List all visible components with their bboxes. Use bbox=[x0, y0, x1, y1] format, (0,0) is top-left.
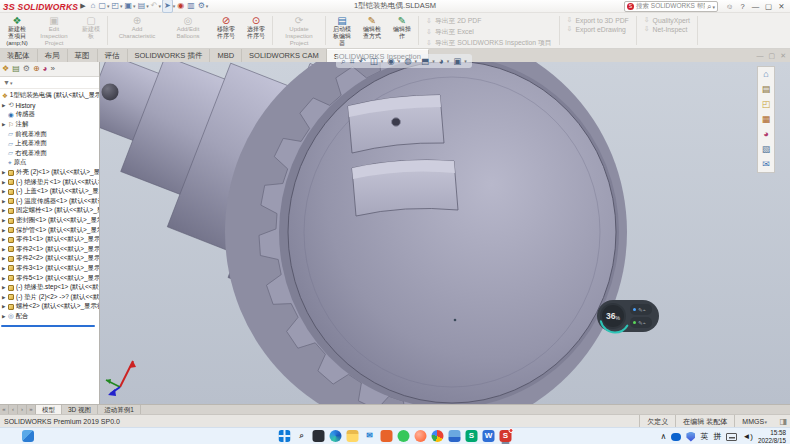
net-inspect-button[interactable]: ⇩Net-Inspect bbox=[644, 25, 690, 33]
flange-face[interactable] bbox=[288, 62, 616, 403]
app-green-s[interactable]: S bbox=[466, 430, 478, 442]
export-inspection-project-button[interactable]: ⇩导出至 SOLIDWORKS Inspection 项目 bbox=[426, 38, 552, 48]
forum-icon[interactable]: ✉ bbox=[762, 159, 770, 170]
display-style-dropdown-icon[interactable]: ▾ bbox=[415, 58, 418, 64]
logo-collapse-arrow-icon[interactable]: ▶ bbox=[80, 2, 85, 10]
search-input[interactable]: 搜索 SOLIDWORKS 帮助 bbox=[636, 2, 705, 11]
tab-布局[interactable]: 布局 bbox=[38, 49, 68, 62]
tree-item[interactable]: ▶固定螺栓<1> (默认<<默认>_显示 bbox=[0, 206, 99, 216]
file-explorer-icon[interactable]: ◰ bbox=[762, 99, 771, 110]
doc-tab-nav-3[interactable]: › bbox=[18, 405, 27, 414]
undo-dropdown-icon[interactable]: ▾ bbox=[158, 3, 161, 9]
propertymanager-tab[interactable]: ▤ bbox=[12, 62, 20, 76]
tree-item[interactable]: ❖1型铠装热电偶 (默认<默认_显示状态-1 bbox=[0, 91, 99, 101]
save-icon[interactable]: ▣ bbox=[124, 0, 134, 12]
tree-item[interactable]: ▶零件5<1> (默认<<默认>_显示状态 bbox=[0, 273, 99, 283]
new-document-icon[interactable]: ▢ bbox=[97, 0, 107, 12]
options-icon[interactable]: ⚙ bbox=[197, 0, 206, 12]
print-dropdown-icon[interactable]: ▾ bbox=[146, 3, 149, 9]
export-edrawing-button[interactable]: ⇩Export eDrawing bbox=[567, 25, 629, 33]
tree-item[interactable]: ▶零件2<2> (默认<<默认>_显示状态 bbox=[0, 254, 99, 264]
onedrive-icon[interactable] bbox=[671, 433, 681, 441]
tab-评估[interactable]: 评估 bbox=[98, 49, 128, 62]
start-button[interactable] bbox=[279, 430, 291, 442]
search-box[interactable]: S 搜索 SOLIDWORKS 帮助 ⌕ ▾ bbox=[624, 1, 718, 12]
restore-icon[interactable]: ▢ bbox=[762, 0, 775, 13]
file-explorer-app[interactable] bbox=[347, 430, 359, 442]
view-orientation-dropdown-icon[interactable]: ▾ bbox=[432, 58, 435, 64]
model-3d[interactable] bbox=[100, 62, 790, 404]
tray-expand-icon[interactable]: ∧ bbox=[661, 428, 667, 444]
new-inspection-project-button[interactable]: ❖新建检查项目(amp;N) bbox=[2, 14, 32, 47]
open-dropdown-icon[interactable]: ▾ bbox=[120, 3, 123, 9]
tree-item[interactable]: ▶⚐注解 bbox=[0, 120, 99, 130]
appearances-icon[interactable]: ◕ bbox=[439, 54, 444, 68]
graphics-viewport[interactable] bbox=[100, 62, 790, 404]
tree-item[interactable]: ◉传感器 bbox=[0, 110, 99, 120]
print-icon[interactable]: ▤ bbox=[137, 0, 147, 12]
doc-tab-nav-1[interactable]: « bbox=[0, 405, 9, 414]
tree-item[interactable]: ▶◎配合 bbox=[0, 312, 99, 322]
rebuild-icon[interactable]: ◉ bbox=[176, 0, 185, 12]
volume-icon[interactable]: ◄) bbox=[742, 428, 753, 444]
view-palette-icon[interactable]: ▦ bbox=[762, 114, 771, 125]
tree-item[interactable]: ▶⟲History bbox=[0, 101, 99, 111]
tab-solidworks-插件[interactable]: SOLIDWORKS 插件 bbox=[128, 49, 211, 62]
search-dropdown-icon[interactable]: ▾ bbox=[712, 4, 715, 10]
home-icon[interactable]: ⌂ bbox=[90, 0, 97, 12]
launch-template-editor-button[interactable]: ▤启动模板编辑器 bbox=[327, 14, 357, 47]
solidworks-resources-icon[interactable]: ⌂ bbox=[763, 69, 768, 80]
filter-icon[interactable]: ▼ bbox=[3, 79, 10, 86]
doc-close-icon[interactable]: ✕ bbox=[780, 52, 786, 60]
doc-minimize-icon[interactable]: — bbox=[757, 52, 764, 59]
update-inspection-project-button[interactable]: ⟳UpdateInspectionProject bbox=[274, 14, 324, 47]
tree-item[interactable]: ▶保护管<1> (默认<<默认>_显示状 bbox=[0, 225, 99, 235]
tab-装配体[interactable]: 装配体 bbox=[0, 49, 38, 62]
zoom-overlay-widget[interactable]: 36 % ✎⌁ ✎⌁ bbox=[597, 300, 659, 332]
tree-item[interactable]: ▶零件1<1> (默认<<默认>_显示状态 bbox=[0, 235, 99, 245]
taskbar-clock[interactable]: 15:58 2022/8/15 bbox=[758, 429, 786, 444]
app-red-circle[interactable] bbox=[415, 430, 427, 442]
edit-inspection-methods-button[interactable]: ✎编辑检查方式 bbox=[357, 14, 387, 47]
tree-item[interactable]: ▶(-) 垫片 (2)<2> ->? (默认<<默认> bbox=[0, 292, 99, 302]
qualityxpert-button[interactable]: ⇩QualityXpert bbox=[644, 16, 690, 24]
file-properties-icon[interactable]: ▥ bbox=[186, 0, 196, 12]
solidworks-app-icon[interactable]: S bbox=[500, 430, 512, 442]
scene-icon[interactable]: ▣ bbox=[453, 54, 461, 68]
export-3d-pdf-button[interactable]: ⇩Export to 3D PDF bbox=[567, 16, 629, 24]
close-icon[interactable]: ✕ bbox=[775, 0, 788, 13]
shaft-end-cap[interactable] bbox=[102, 84, 119, 101]
doc-tab-nav-2[interactable]: ‹ bbox=[9, 405, 18, 414]
select-arrow-dropdown-icon[interactable]: ▾ bbox=[173, 3, 176, 9]
open-icon[interactable]: ◰ bbox=[110, 0, 120, 12]
zoom-area-icon[interactable]: ⌗ bbox=[350, 54, 355, 68]
tree-item[interactable]: ▱右视基准面 bbox=[0, 149, 99, 159]
display-style-icon[interactable]: ◍ bbox=[404, 54, 411, 68]
tab-mbd[interactable]: MBD bbox=[210, 49, 242, 62]
security-shield-icon[interactable] bbox=[686, 432, 695, 442]
tab-草图[interactable]: 草图 bbox=[68, 49, 98, 62]
add-characteristic-button[interactable]: ⊕AddCharacteristic bbox=[109, 14, 165, 47]
undo-icon[interactable]: ↶ bbox=[150, 0, 159, 12]
doc-tab-运动算例1[interactable]: 运动算例1 bbox=[98, 405, 141, 414]
app-monitor-blue[interactable] bbox=[449, 430, 461, 442]
select-balloons-button[interactable]: ⊙选择零件序号 bbox=[241, 14, 271, 47]
previous-view-icon[interactable]: ↶ bbox=[359, 54, 366, 68]
doc-restore-icon[interactable]: ▢ bbox=[769, 52, 776, 60]
ime-lang-indicator[interactable]: 英 bbox=[700, 428, 708, 444]
search-scope-icon[interactable]: S bbox=[627, 3, 634, 10]
configurationmanager-tab[interactable]: ⚙ bbox=[23, 62, 30, 76]
sketch-point[interactable] bbox=[454, 319, 457, 322]
tree-item[interactable]: ▶(-) 绝缘垫.step<1> (默认<<默认> bbox=[0, 283, 99, 293]
new-document-dropdown-icon[interactable]: ▾ bbox=[107, 3, 110, 9]
widgets-button[interactable] bbox=[22, 430, 34, 442]
help-icon[interactable]: ? bbox=[736, 0, 749, 13]
featuremanager-tree-tab[interactable]: ❖ bbox=[2, 62, 9, 76]
app-blue-w[interactable]: W bbox=[483, 430, 495, 442]
zoom-level-gauge[interactable]: 36 % bbox=[600, 303, 626, 329]
tree-item[interactable]: ▱前视基准面 bbox=[0, 129, 99, 139]
minimize-icon[interactable]: — bbox=[749, 0, 762, 13]
tree-filter-row[interactable]: ▼ ▾ bbox=[0, 77, 99, 89]
search-button[interactable]: ⌕ bbox=[296, 430, 308, 442]
edge-browser-icon[interactable] bbox=[330, 430, 342, 442]
